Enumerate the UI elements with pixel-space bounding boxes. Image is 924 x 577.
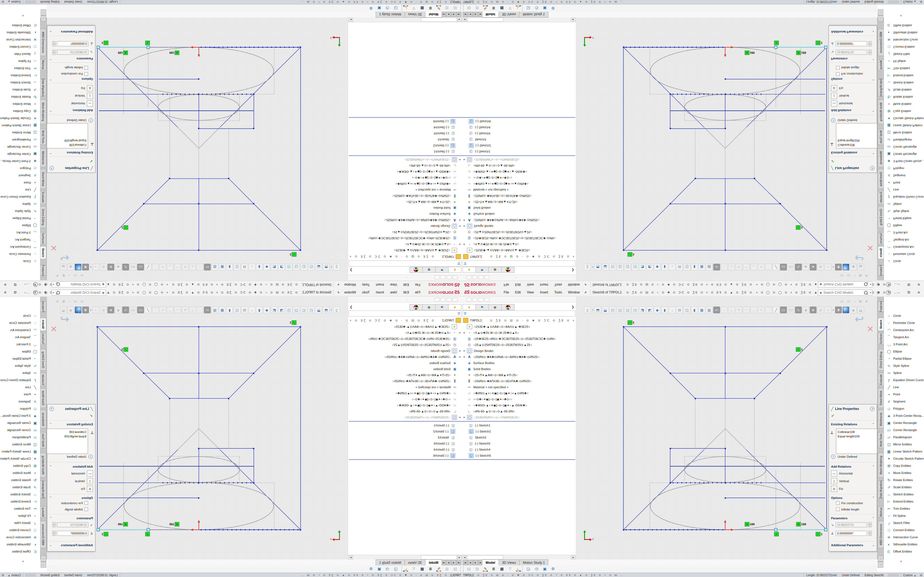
configurationmanager-tab[interactable]: ⊕: [489, 267, 502, 273]
existing-relations-header[interactable]: Existing Relations: [67, 422, 93, 426]
relations-listbox[interactable]: Collinear108Equal length109: [836, 123, 877, 148]
tree-horizontal-scrollbar[interactable]: ◀ ▶: [462, 18, 576, 22]
tree-row[interactable]: ▶ Design Binder: [462, 348, 575, 354]
additional-parameters-header[interactable]: Additional Parameters: [61, 543, 93, 547]
collinear-tag[interactable]: ∕: [145, 41, 150, 45]
tool-item[interactable]: ⊏ Offset Entities: [0, 548, 40, 555]
search-icon[interactable]: [57, 291, 60, 295]
angle-field[interactable]: 0.00000000°: [57, 531, 88, 536]
relation-tag[interactable]: ∕ 3: [290, 252, 296, 256]
tool-item[interactable]: + Move Entities: [0, 469, 40, 476]
tree-row[interactable]: ○25▲⊙25ИΠ3Ε25○⊙○253ΕΠИ25⊙▲25○: [349, 229, 462, 235]
tool-item[interactable]: □ Convert Entities: [884, 44, 924, 50]
tool-item[interactable]: ▦ Linear Sketch Pattern: [884, 122, 924, 129]
command-tab[interactable]: MBD Dimensions: [40, 521, 46, 548]
for-construction-checkbox[interactable]: [836, 72, 840, 76]
spinner[interactable]: ▲▼: [52, 522, 56, 527]
tab-model[interactable]: Model: [425, 11, 442, 18]
tool-item[interactable]: ◠ Centerpoint Arc: [884, 326, 924, 334]
tab-strip-scroll-button[interactable]: ⁞: [878, 15, 883, 21]
tree-row[interactable]: ▶ ○253ΕИNΑΠ+○⊙○+ΠΑИN3Ε25○: [349, 156, 462, 163]
tool-item[interactable]: ∾ Spline: [884, 201, 924, 208]
infinite-length-checkbox[interactable]: [836, 66, 840, 69]
help-icon[interactable]: ?: [885, 288, 892, 296]
equal-length-tag[interactable]: = 109: [745, 522, 754, 527]
command-tab[interactable]: Features: [40, 265, 46, 276]
tool-item[interactable]: ◌ Perimeter Circle: [884, 251, 924, 258]
zoom-level-dropdown[interactable]: Custom▴: [6, 0, 23, 4]
tool-item[interactable]: ✶ Circular Sketch Pattern: [0, 455, 40, 462]
tree-splitter[interactable]: [349, 421, 462, 422]
schedule-icon[interactable]: ◷: [533, 5, 540, 11]
sketch-row[interactable]: (-) Sketch6: [462, 453, 575, 459]
displaymanager-tab[interactable]: [502, 267, 515, 273]
tree-row[interactable]: ▶ ○253ΕИNΑΠ+○⊙○+ΠΑИN3Ε25○: [462, 156, 575, 163]
command-tab[interactable]: Direct Editing: [40, 349, 46, 371]
restore-button[interactable]: ⧉: [905, 281, 913, 288]
search-dropdown-icon[interactable]: ▾: [869, 282, 872, 286]
tab-nav-button[interactable]: ◀: [468, 560, 473, 565]
command-tab[interactable]: Mold Tools: [40, 432, 46, 448]
command-tab[interactable]: Sheet Metal: [40, 169, 46, 189]
tree-row[interactable]: ▶ ○25ИN⊙◦✚Α✚⊙ИNΑ○⊙○ΑИN⊙✚Α✚◦⊙ИN25○: [349, 217, 462, 223]
menu-item[interactable]: File: [412, 288, 423, 296]
grid-table-icon[interactable]: ▦: [499, 566, 505, 572]
tree-row[interactable]: ▶ ○Λ▲⊙✚25◦Ж○⊙○Ж◦25✚⊙▲Λ○: [349, 241, 462, 247]
menu-item[interactable]: Insert: [373, 281, 387, 288]
search-input[interactable]: Search CAD Models: [823, 291, 864, 295]
tree-row[interactable]: Surface Bodies: [462, 360, 575, 366]
relation-tag[interactable]: ∕ 3: [121, 347, 128, 352]
sketch-row[interactable]: (-) Sketch2: [462, 143, 575, 149]
tool-item[interactable]: ✂ Trim Entities: [0, 65, 40, 72]
tool-item[interactable]: ◯ Ellipse: [884, 348, 924, 355]
collapse-icon[interactable]: ⌃: [50, 152, 52, 155]
angle-field[interactable]: 0.00000000°: [57, 42, 88, 47]
tool-item[interactable]: ◇ Polygon: [884, 165, 924, 172]
tool-item[interactable]: # Segment: [0, 172, 40, 179]
sketch-row[interactable]: (-) Sketch6: [462, 118, 575, 124]
spinner[interactable]: ▲▼: [52, 50, 56, 55]
command-tab[interactable]: Weldments: [40, 410, 46, 428]
options-header[interactable]: Options: [81, 496, 93, 500]
expand-icon[interactable]: ⌄: [872, 31, 874, 34]
tool-item[interactable]: ◈ 3 Point Center Recta...: [884, 158, 924, 165]
appearance-brush-icon[interactable]: ✎: [482, 566, 488, 572]
pages-icon[interactable]: ▥: [474, 566, 480, 572]
tool-item[interactable]: ◔ Partial Ellipse: [0, 355, 40, 362]
tab-strip-scroll-button[interactable]: ⁞: [41, 556, 46, 562]
expander-icon[interactable]: ▶: [464, 158, 467, 161]
tree-splitter[interactable]: [349, 155, 462, 156]
tree-row[interactable]: Solid Bodies: [462, 205, 575, 211]
tool-item[interactable]: ⊞ Copy Entities: [0, 462, 40, 469]
tool-item[interactable]: □ Convert Entities: [0, 44, 40, 50]
menu-item[interactable]: Edit: [512, 281, 524, 288]
command-tab[interactable]: Sheet Metal: [878, 388, 884, 408]
menu-item[interactable]: Insert: [537, 281, 551, 288]
fix-relation-button[interactable]: ⚓: [87, 486, 93, 492]
tool-item[interactable]: ∾ Spline: [0, 201, 40, 208]
tool-item[interactable]: ≋ Intersection Curve: [0, 36, 40, 44]
relation-tag[interactable]: ∕ 3: [121, 225, 128, 230]
sketch-row[interactable]: Sketch3: [462, 137, 575, 143]
length-field[interactable]: 10.88152731: [57, 50, 88, 55]
minimize-button[interactable]: –: [22, 288, 29, 296]
tree-row[interactable]: ○25ИN⊙◦✚ΑΠ¤3Ε○⊙○3Ε¤ΠΑ✚◦⊙ИN25○: [349, 378, 462, 384]
search-box[interactable]: ◈ Search CAD Models ▾: [52, 290, 106, 296]
relation-tag[interactable]: ∕ 3: [796, 347, 803, 352]
tab-3d-views[interactable]: 3D Views: [404, 559, 425, 566]
parameters-header[interactable]: Parameters: [76, 57, 93, 60]
sketch-row[interactable]: Sketch3: [462, 434, 575, 440]
search-input[interactable]: Search CAD Models: [823, 282, 864, 286]
panel-help-icon[interactable]: ?: [50, 166, 54, 170]
appearance-brush-icon[interactable]: ✎: [436, 5, 442, 11]
command-tab[interactable]: Weldments: [878, 149, 884, 167]
tree-row[interactable]: Material < not specified >: [349, 384, 462, 390]
tree-splitter[interactable]: [462, 421, 575, 422]
relation-item[interactable]: Equal length109: [838, 434, 876, 438]
tree-row[interactable]: ○25▲⊙25ИΠ3Ε25○⊙○253ΕΠИ25⊙▲25○: [462, 229, 575, 235]
tree-row[interactable]: ○25✚3Ε25○ИN⊙◦✚ƆC3ΕΠ3Ε25○⊙○253ΕΠ3ΕƆC✚◦⊙ИN…: [349, 235, 462, 241]
configurationmanager-tab[interactable]: ⊕: [489, 304, 502, 310]
account-icon[interactable]: ☺: [874, 281, 882, 288]
scrollbar-thumb[interactable]: [421, 555, 457, 559]
settings-gear-icon[interactable]: ⚙: [368, 566, 374, 572]
